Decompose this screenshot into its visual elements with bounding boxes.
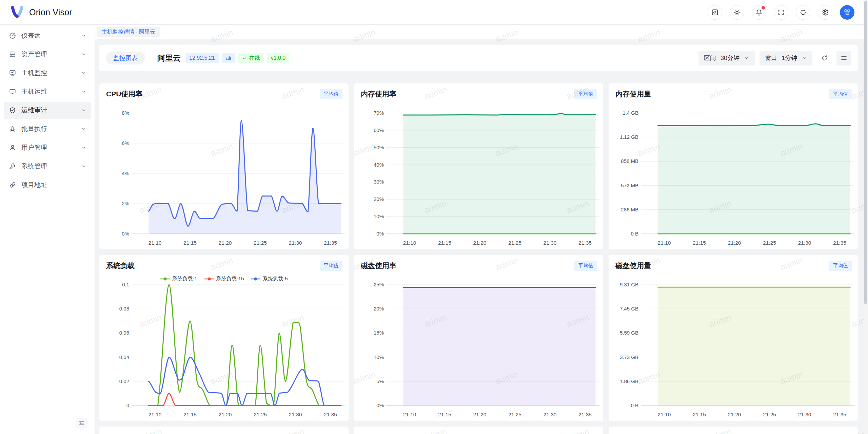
average-badge[interactable]: 平均值 [574,261,597,271]
toolbar-refresh-icon[interactable] [817,51,832,65]
chart-title: 磁盘使用量 [615,261,651,270]
svg-text:25%: 25% [374,282,384,287]
svg-text:21:35: 21:35 [578,412,592,417]
user-avatar[interactable]: 管 [840,5,854,20]
average-badge[interactable]: 平均值 [829,89,852,99]
svg-text:21:15: 21:15 [693,412,706,417]
average-badge[interactable]: 平均值 [320,89,342,99]
sidebar-item-ops-audit[interactable]: 运维审计 [4,102,91,119]
sidebar-item-label: 资产管理 [21,50,81,59]
settings-gear-icon[interactable] [818,5,832,20]
sidebar-item-asset-management[interactable]: 资产管理 [4,46,91,63]
notifications-bell-icon[interactable] [752,5,766,20]
interval-select[interactable]: 区间 30分钟 [698,51,755,65]
svg-text:21:10: 21:10 [403,240,416,246]
fullscreen-icon[interactable] [774,5,788,20]
chevron-down-icon [81,145,87,151]
sidebar-item-dashboard[interactable]: 仪表盘 [4,27,91,44]
check-icon [242,55,248,61]
chart-card-2: 内存使用率平均值0%10%20%30%40%50%60%70%21:1021:1… [354,83,603,249]
svg-text:0.04: 0.04 [119,354,129,360]
svg-text:21:25: 21:25 [508,412,521,417]
sidebar-collapse-button[interactable] [76,417,87,429]
sidebar-menu: 仪表盘资产管理主机监控主机运维运维审计批量执行用户管理系统管理项目地址 [0,25,95,193]
scrollbar-thumb[interactable] [864,1,867,304]
svg-text:1.12 GB: 1.12 GB [620,134,638,140]
shield-check-icon [9,107,16,114]
chevron-down-icon [744,55,749,61]
chart-title: CPU使用率 [106,89,142,99]
legend-item-系统负载-1[interactable]: 系统负载-1 [160,276,197,282]
svg-text:10%: 10% [374,213,384,219]
sidebar-item-project-url[interactable]: 项目地址 [4,176,91,193]
app-header: Orion Visor 管 [0,0,868,25]
svg-text:1.4 GB: 1.4 GB [623,110,638,116]
toolbar-menu-icon[interactable] [836,51,851,65]
chevron-down-icon [802,55,807,61]
svg-text:7.45 GB: 7.45 GB [620,306,638,312]
svg-text:21:35: 21:35 [324,412,337,417]
sidebar-item-batch-execution[interactable]: 批量执行 [4,120,91,137]
chevron-down-icon [81,163,87,169]
svg-text:21:20: 21:20 [219,412,232,417]
average-badge[interactable]: 平均值 [574,89,597,99]
legend-item-系统负载-5[interactable]: 系统负载-5 [251,276,288,282]
svg-text:0%: 0% [376,402,384,408]
server-icon [9,51,16,58]
main-content: 主机监控详情 - 阿里云 监控图表 阿里云 12.92.5.21ali在线v1.… [95,25,868,434]
chart-card-partial [99,427,349,434]
svg-text:21:10: 21:10 [149,412,162,417]
svg-text:8%: 8% [122,110,129,116]
monitor-chart-button[interactable]: 监控图表 [106,52,145,64]
svg-text:21:30: 21:30 [798,240,811,246]
sidebar-item-host-monitoring[interactable]: 主机监控 [4,64,91,81]
chevron-down-icon [81,107,87,113]
svg-text:21:25: 21:25 [254,240,267,246]
host-code-tag: ali [222,53,235,63]
chart-title: 系统负载 [106,261,135,270]
chart-plot: 0%2%4%6%8%21:1021:1521:2021:2521:3021:35 [99,103,349,249]
svg-text:21:20: 21:20 [473,240,487,246]
sidebar-item-label: 仪表盘 [21,31,81,40]
svg-text:21:25: 21:25 [763,240,776,246]
svg-text:21:30: 21:30 [289,240,302,246]
svg-text:0: 0 [126,402,129,408]
monitor-chart-icon [9,69,16,77]
window-select[interactable]: 窗口 1分钟 [760,51,812,65]
refresh-icon[interactable] [796,5,810,20]
sidebar-item-system-management[interactable]: 系统管理 [4,158,91,175]
svg-text:0%: 0% [122,231,129,237]
average-badge[interactable]: 平均值 [320,261,342,271]
code-window-icon[interactable] [708,5,722,20]
legend-marker-icon [204,277,214,281]
chart-card-partial [354,427,603,434]
svg-text:21:25: 21:25 [763,412,776,417]
svg-text:21:35: 21:35 [833,240,846,246]
svg-text:6%: 6% [122,140,129,146]
legend-item-系统负载-15[interactable]: 系统负载-15 [204,276,244,282]
svg-text:21:10: 21:10 [658,412,671,417]
wrench-icon [9,163,16,170]
svg-text:21:35: 21:35 [578,240,592,246]
svg-text:3.73 GB: 3.73 GB [620,354,638,360]
chevron-down-icon [81,51,87,57]
svg-text:21:20: 21:20 [728,240,741,246]
chart-card-5: 磁盘使用率平均值0%5%10%15%20%25%21:1021:1521:202… [354,255,603,421]
svg-text:0.1: 0.1 [122,282,129,287]
svg-text:40%: 40% [374,162,384,168]
page-tab[interactable]: 主机监控详情 - 阿里云 [97,27,160,37]
theme-sun-icon[interactable] [730,5,744,20]
interval-label: 区间 [704,54,716,62]
svg-text:21:30: 21:30 [798,412,811,417]
chart-title: 内存使用率 [361,89,396,99]
host-tags: 12.92.5.21ali在线v1.0.0 [185,53,293,63]
sidebar-item-host-ops[interactable]: 主机运维 [4,83,91,100]
sidebar-item-user-management[interactable]: 用户管理 [4,139,91,156]
header-actions: 管 [708,5,859,20]
sidebar-item-label: 系统管理 [21,162,81,171]
average-badge[interactable]: 平均值 [829,261,852,271]
svg-text:858 MB: 858 MB [621,158,638,164]
svg-text:21:20: 21:20 [219,240,232,246]
sidebar-item-label: 运维审计 [21,106,81,115]
app-title: Orion Visor [29,7,72,17]
